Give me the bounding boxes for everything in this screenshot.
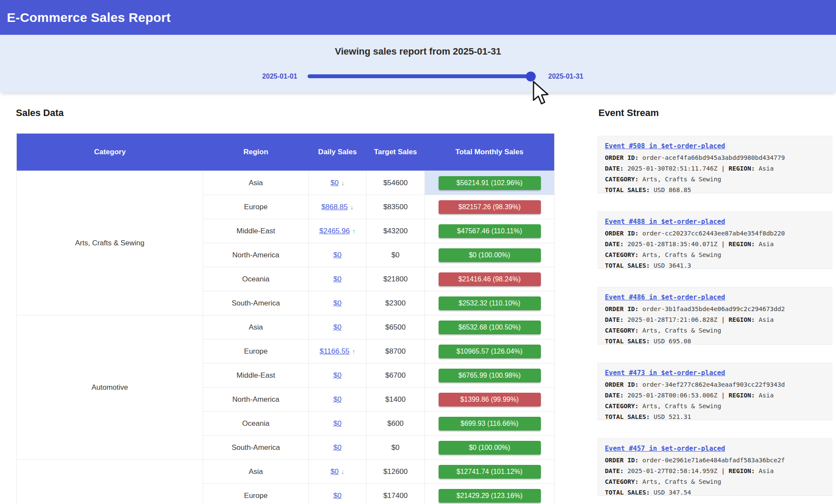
target-sales-cell: $12600: [366, 460, 425, 484]
region-cell: North-America: [203, 243, 309, 267]
monthly-sales-cell: $21416.46 (98.24%): [425, 267, 555, 291]
daily-sales-cell: $0: [309, 243, 366, 267]
event-date-region-line: DATE: 2025-01-30T02:51:11.746Z | REGION:…: [605, 165, 825, 172]
daily-sales-link[interactable]: $0: [333, 443, 342, 452]
column-header-category: Category: [17, 134, 203, 171]
monthly-sales-cell: $699.93 (116.66%): [425, 412, 555, 436]
daily-sales-link[interactable]: $0: [330, 179, 339, 187]
mouse-cursor-icon: [532, 81, 551, 106]
event-date-region-line: DATE: 2025-01-28T00:06:53.006Z | REGION:…: [605, 392, 825, 399]
column-header-total-monthly-sales: Total Monthly Sales: [425, 134, 555, 171]
event-total-line: TOTAL SALES: USD 521.31: [605, 413, 825, 421]
target-sales-cell: $1400: [366, 388, 425, 412]
event-total-line: TOTAL SALES: USD 695.08: [605, 338, 825, 345]
event-order-id-line: ORDER ID: order-3b1faad35bde4e06ad99c2c2…: [605, 305, 825, 313]
date-slider-track[interactable]: [308, 74, 533, 78]
target-sales-cell: $6700: [366, 363, 425, 388]
daily-sales-link[interactable]: $2465.96: [319, 227, 350, 235]
date-slider-thumb[interactable]: [526, 71, 536, 81]
sales-table: Category Region Daily Sales Target Sales…: [16, 133, 555, 504]
target-sales-cell: $17400: [366, 484, 425, 504]
slider-heading: Viewing sales report from 2025-01-31: [0, 46, 836, 57]
daily-sales-link[interactable]: $0: [333, 275, 342, 283]
monthly-sales-badge: $82157.26 (98.39%): [439, 200, 541, 214]
separator-bar: |: [721, 392, 725, 399]
daily-sales-cell: $0: [309, 363, 366, 388]
up-arrow-icon: ↑: [352, 348, 356, 355]
event-link[interactable]: Event #508 in $et-order-placed: [605, 142, 725, 150]
monthly-sales-cell: $0 (100.00%): [425, 436, 555, 460]
event-order-id-line: ORDER ID: order-0e2961e71a6e484abfadf583…: [605, 457, 825, 464]
event-card: Event #486 in $et-order-placed ORDER ID:…: [597, 287, 833, 345]
event-link[interactable]: Event #486 in $et-order-placed: [605, 293, 725, 301]
event-card: Event #488 in $et-order-placed ORDER ID:…: [597, 211, 833, 269]
event-link[interactable]: Event #473 in $et-order-placed: [605, 369, 725, 377]
target-sales-cell: $43200: [366, 219, 425, 243]
region-cell: South-America: [203, 436, 309, 460]
table-header-row: Category Region Daily Sales Target Sales…: [17, 134, 555, 171]
daily-sales-link[interactable]: $0: [330, 467, 339, 476]
sales-table-body: Arts, Crafts & SewingAsia$0↓$54600$56214…: [17, 171, 555, 504]
target-sales-cell: $21800: [366, 267, 425, 291]
daily-sales-link[interactable]: $868.85: [321, 203, 348, 211]
event-stream-list: Event #508 in $et-order-placed ORDER ID:…: [597, 136, 833, 504]
daily-sales-link[interactable]: $0: [333, 251, 342, 259]
target-sales-cell: $600: [366, 412, 425, 436]
event-date-region-line: DATE: 2025-01-27T02:58:14.959Z | REGION:…: [605, 467, 825, 475]
daily-sales-cell: $1166.55↑: [309, 339, 366, 363]
event-link[interactable]: Event #457 in $et-order-placed: [605, 445, 725, 452]
monthly-sales-badge: $47567.46 (110.11%): [439, 224, 541, 238]
monthly-sales-badge: $1399.86 (99.99%): [439, 393, 541, 406]
region-cell: Asia: [203, 460, 309, 484]
event-date-region-line: DATE: 2025-01-28T17:21:06.828Z | REGION:…: [605, 316, 825, 324]
daily-sales-link[interactable]: $0: [333, 371, 342, 379]
down-arrow-icon: ↓: [350, 203, 354, 211]
monthly-sales-cell: $10965.57 (126.04%): [425, 339, 555, 363]
region-cell: Oceania: [203, 412, 309, 436]
down-arrow-icon: ↓: [341, 179, 345, 186]
monthly-sales-cell: $0 (100.00%): [425, 243, 555, 267]
daily-sales-link[interactable]: $0: [333, 492, 342, 500]
monthly-sales-badge: $2532.32 (110.10%): [439, 296, 541, 310]
region-cell: Middle-East: [203, 363, 309, 388]
category-cell: Arts, Crafts & Sewing: [17, 171, 203, 315]
daily-sales-cell: $0: [309, 388, 366, 412]
event-total-line: TOTAL SALES: USD 3641.3: [605, 262, 825, 269]
target-sales-cell: $0: [366, 436, 425, 460]
monthly-sales-cell: $6532.68 (100.50%): [425, 315, 555, 339]
separator-bar: |: [721, 165, 725, 172]
monthly-sales-cell: $2532.32 (110.10%): [425, 291, 555, 315]
daily-sales-cell: $0: [309, 315, 366, 339]
event-stream-heading: Event Stream: [598, 107, 659, 119]
monthly-sales-cell: $47567.46 (110.11%): [425, 219, 555, 243]
daily-sales-cell: $2465.96↑: [309, 219, 366, 243]
monthly-sales-cell: $56214.91 (102.96%): [425, 171, 555, 195]
daily-sales-link[interactable]: $1166.55: [320, 347, 350, 355]
daily-sales-link[interactable]: $0: [333, 419, 342, 428]
region-cell: Asia: [203, 171, 309, 195]
daily-sales-link[interactable]: $0: [333, 395, 342, 403]
event-link[interactable]: Event #488 in $et-order-placed: [605, 218, 725, 226]
monthly-sales-badge: $6532.68 (100.50%): [439, 321, 541, 334]
event-date-region-line: DATE: 2025-01-28T18:35:40.071Z | REGION:…: [605, 241, 825, 248]
event-card: Event #457 in $et-order-placed ORDER ID:…: [597, 438, 833, 496]
table-row: Arts, Crafts & SewingAsia$0↓$54600$56214…: [17, 171, 555, 195]
separator-bar: |: [721, 241, 725, 247]
target-sales-cell: $83500: [366, 195, 425, 219]
monthly-sales-cell: $6765.99 (100.98%): [425, 363, 555, 388]
monthly-sales-cell: $82157.26 (98.39%): [425, 195, 555, 219]
daily-sales-cell: $0: [309, 412, 366, 436]
daily-sales-link[interactable]: $0: [333, 299, 342, 307]
app-title: E-Commerce Sales Report: [7, 10, 171, 25]
monthly-sales-badge: $21416.46 (98.24%): [439, 272, 541, 286]
daily-sales-link[interactable]: $0: [333, 323, 342, 331]
monthly-sales-badge: $699.93 (116.66%): [439, 417, 541, 431]
monthly-sales-cell: $1399.86 (99.99%): [425, 388, 555, 412]
monthly-sales-badge: $21429.29 (123.16%): [439, 489, 541, 503]
separator-bar: |: [721, 467, 725, 474]
monthly-sales-badge: $0 (100.00%): [439, 441, 541, 455]
table-row: Asia$0↓$12600$12741.74 (101.12%): [17, 460, 555, 484]
table-row: AutomotiveAsia$0$6500$6532.68 (100.50%): [17, 315, 555, 339]
daily-sales-cell: $0: [309, 436, 366, 460]
monthly-sales-badge: $6765.99 (100.98%): [439, 369, 541, 382]
